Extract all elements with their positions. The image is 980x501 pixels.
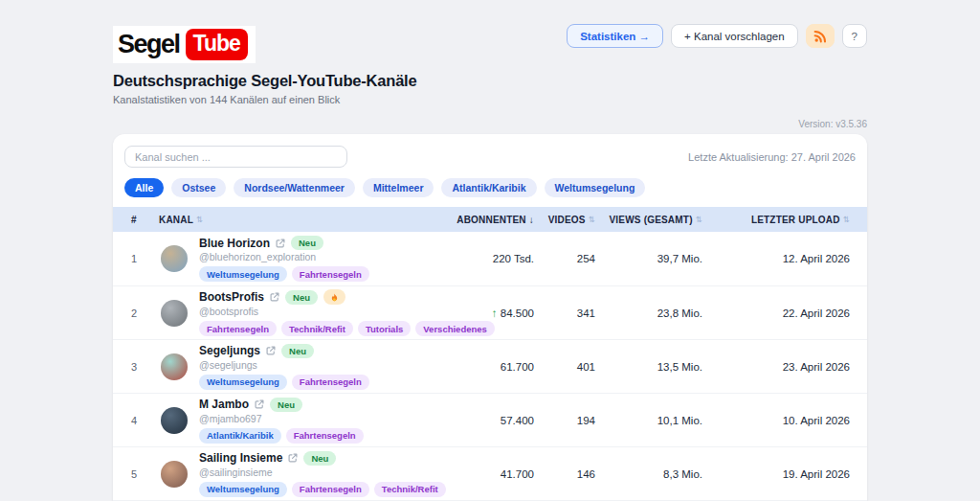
category-tag[interactable]: Weltumsegelung — [199, 482, 287, 497]
channel-name-link[interactable]: Blue Horizon — [199, 237, 270, 250]
sort-icon: ⇅ — [589, 215, 595, 224]
channel-info: M Jambo Neu @mjambo697 Atlantik/KaribikF… — [199, 398, 364, 444]
new-badge: Neu — [281, 344, 314, 358]
filter-pill-nordsee-wattenmeer[interactable]: Nordsee/Wattenmeer — [234, 178, 355, 197]
category-tag[interactable]: Technik/Refit — [281, 321, 353, 336]
trending-fire-badge — [323, 289, 345, 305]
new-badge: Neu — [291, 236, 323, 250]
views-cell: 8,3 Mio. — [599, 468, 706, 480]
filter-pill-ostsee[interactable]: Ostsee — [171, 178, 226, 197]
category-tag[interactable]: Technik/Refit — [374, 482, 446, 497]
views-cell: 10,1 Mio. — [599, 415, 706, 426]
filter-pill-alle[interactable]: Alle — [124, 178, 164, 197]
channel-tags: WeltumsegelungFahrtensegeln — [199, 266, 369, 282]
table-row[interactable]: 4 M Jambo Neu @mjambo697 Atlantik/Kari — [113, 393, 867, 446]
views-cell: 39,7 Mio. — [599, 253, 706, 264]
topbar: Segel Tube Deutschsprachige Segel-YouTub… — [113, 0, 867, 105]
version-label: Version: v3.5.36 — [113, 119, 867, 129]
page: Segel Tube Deutschsprachige Segel-YouTub… — [0, 0, 980, 501]
category-tag[interactable]: Verschiedenes — [415, 321, 495, 336]
category-tag[interactable]: Weltumsegelung — [199, 266, 287, 282]
category-tag[interactable]: Fahrtensegeln — [292, 482, 369, 497]
table-row[interactable]: 2 BootsProfis Neu — [113, 285, 867, 339]
external-link-icon[interactable] — [270, 292, 279, 302]
column-header: # — [113, 215, 155, 225]
row-rank: 1 — [113, 253, 155, 264]
views-cell: 23,8 Mio. — [599, 307, 706, 319]
subscribers-cell: 57.400 — [423, 415, 538, 426]
help-button[interactable]: ? — [842, 24, 867, 48]
category-filter-row: AlleOstseeNordsee/WattenmeerMittelmeerAt… — [113, 177, 867, 207]
external-link-icon[interactable] — [255, 399, 264, 409]
channel-avatar — [161, 461, 188, 488]
subscribers-cell: ↑ 84.500 — [423, 307, 538, 319]
channel-cell: Segeljungs Neu @segeljungs Weltumsegelun… — [155, 344, 423, 390]
channel-avatar — [161, 353, 188, 380]
views-cell: 13,5 Mio. — [599, 361, 706, 373]
category-tag[interactable]: Fahrtensegeln — [286, 428, 364, 444]
filter-pill-weltumsegelung[interactable]: Weltumsegelung — [545, 178, 646, 197]
subscribers-cell: 41.700 — [423, 468, 538, 480]
external-link-icon[interactable] — [266, 346, 276, 355]
category-tag[interactable]: Atlantik/Karibik — [199, 428, 281, 444]
channel-name-link[interactable]: M Jambo — [199, 398, 249, 411]
external-link-icon[interactable] — [288, 453, 298, 463]
subscribers-cell: 61.700 — [423, 361, 538, 373]
channel-handle: @bootsprofis — [199, 306, 423, 317]
suggest-channel-button[interactable]: + Kanal vorschlagen — [671, 24, 798, 48]
upload-cell: 22. April 2026 — [706, 307, 867, 319]
search-row: Letzte Aktualisierung: 27. April 2026 — [113, 134, 867, 177]
table-row[interactable]: 3 Segeljungs Neu @segeljungs Weltumseg — [113, 339, 867, 393]
column-header[interactable]: VIDEOS⇅ — [538, 215, 599, 225]
table-row[interactable]: 5 Sailing Insieme Neu @sailinginsieme — [113, 446, 867, 500]
videos-cell: 146 — [538, 468, 599, 480]
category-tag[interactable]: Tutorials — [358, 321, 411, 336]
filter-pill-atlantik-karibik[interactable]: Atlantik/Karibik — [441, 178, 536, 197]
channel-handle: @segeljungs — [199, 359, 369, 371]
column-header[interactable]: VIEWS (GESAMT)⇅ — [599, 215, 706, 225]
filter-pill-mittelmeer[interactable]: Mittelmeer — [363, 178, 434, 197]
channel-info: Sailing Insieme Neu @sailinginsieme Welt… — [199, 451, 423, 497]
logo-text-tube: Tube — [186, 29, 248, 60]
row-rank: 5 — [113, 468, 155, 480]
upload-cell: 12. April 2026 — [706, 253, 867, 264]
category-tag[interactable]: Fahrtensegeln — [292, 375, 369, 390]
rss-feed-button[interactable] — [806, 24, 835, 48]
channel-name-link[interactable]: Segeljungs — [199, 344, 260, 357]
row-rank: 2 — [113, 307, 155, 319]
videos-cell: 194 — [538, 415, 599, 426]
external-link-icon[interactable] — [276, 239, 285, 248]
category-tag[interactable]: Weltumsegelung — [199, 375, 287, 390]
fire-icon — [330, 292, 339, 303]
channel-cell: M Jambo Neu @mjambo697 Atlantik/KaribikF… — [155, 398, 423, 444]
category-tag[interactable]: Fahrtensegeln — [199, 321, 277, 336]
sort-icon: ⇅ — [843, 215, 850, 224]
new-badge: Neu — [285, 290, 318, 305]
statistics-button[interactable]: Statistiken → — [567, 24, 663, 48]
column-header[interactable]: LETZTER UPLOAD⇅ — [706, 215, 867, 225]
table-row[interactable]: 1 Blue Horizon Neu @bluehorizon_explorat… — [113, 232, 867, 285]
channel-tags: WeltumsegelungFahrtensegelnTechnik/Refit — [199, 482, 423, 497]
videos-cell: 341 — [538, 307, 599, 319]
channel-name-link[interactable]: BootsProfis — [199, 290, 264, 304]
rss-icon — [813, 30, 827, 43]
column-header[interactable]: ABONNENTEN↓ — [423, 215, 538, 225]
category-tag[interactable]: Fahrtensegeln — [292, 266, 369, 282]
videos-cell: 254 — [538, 253, 599, 264]
channel-tags: FahrtensegelnTechnik/RefitTutorialsVersc… — [199, 321, 423, 336]
search-input[interactable] — [124, 146, 347, 168]
channel-tags: WeltumsegelungFahrtensegeln — [199, 375, 369, 390]
segeltube-logo[interactable]: Segel Tube — [113, 26, 256, 63]
table-header-row: #KANAL⇅ABONNENTEN↓VIDEOS⇅VIEWS (GESAMT)⇅… — [113, 207, 867, 232]
upload-cell: 10. April 2026 — [706, 415, 867, 426]
channel-cell: Blue Horizon Neu @bluehorizon_exploratio… — [155, 236, 423, 282]
upload-cell: 23. April 2026 — [706, 361, 867, 373]
column-header[interactable]: KANAL⇅ — [155, 215, 423, 225]
channel-cell: Sailing Insieme Neu @sailinginsieme Welt… — [155, 451, 423, 497]
channel-table-card: Letzte Aktualisierung: 27. April 2026 Al… — [113, 134, 867, 501]
channel-name-link[interactable]: Sailing Insieme — [199, 451, 282, 465]
channel-avatar — [161, 407, 188, 434]
sort-icon: ⇅ — [696, 215, 702, 224]
last-update-label: Letzte Aktualisierung: 27. April 2026 — [688, 151, 856, 163]
row-rank: 3 — [113, 361, 155, 373]
